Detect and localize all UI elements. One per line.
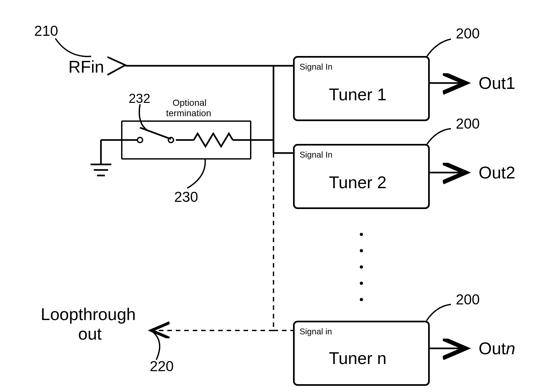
- tuner1-signal-in: Signal In: [300, 62, 332, 72]
- out2-label: Out2: [479, 163, 515, 182]
- ref-200-b: 200: [456, 116, 480, 132]
- svg-point-24: [360, 265, 363, 269]
- ref-220: 220: [150, 358, 174, 374]
- rfin-label: RFin: [68, 57, 104, 77]
- tunern-signal-in: Signal in: [300, 327, 332, 337]
- out1-label: Out1: [479, 73, 515, 93]
- svg-point-22: [360, 233, 363, 236]
- ref-230: 230: [174, 189, 198, 205]
- tuner1-name: Tuner 1: [329, 85, 386, 104]
- tuner2-name: Tuner 2: [329, 173, 386, 192]
- outn-label: Outn: [479, 339, 515, 358]
- optional-termination-caption-l2: termination: [166, 108, 211, 119]
- svg-point-25: [360, 282, 363, 285]
- ref-210: 210: [34, 23, 58, 39]
- optional-termination-caption-l1: Optional: [173, 98, 206, 108]
- ref-232: 232: [129, 91, 150, 106]
- diagram-canvas: 210 232 230 220 200 200 200 RFin Optiona…: [0, 0, 560, 392]
- outn-suffix: n: [506, 339, 515, 358]
- tunern-name: Tuner n: [329, 348, 386, 368]
- loopthrough-label-l2: out: [78, 324, 102, 343]
- svg-point-23: [360, 249, 363, 252]
- optional-termination-box: [121, 120, 251, 160]
- svg-point-26: [360, 298, 363, 301]
- tuner2-signal-in: Signal In: [300, 150, 332, 160]
- outn-prefix: Out: [479, 339, 506, 358]
- ref-200-c: 200: [456, 291, 480, 308]
- loopthrough-label-l1: Loopthrough: [41, 304, 136, 324]
- ref-200-a: 200: [456, 25, 480, 42]
